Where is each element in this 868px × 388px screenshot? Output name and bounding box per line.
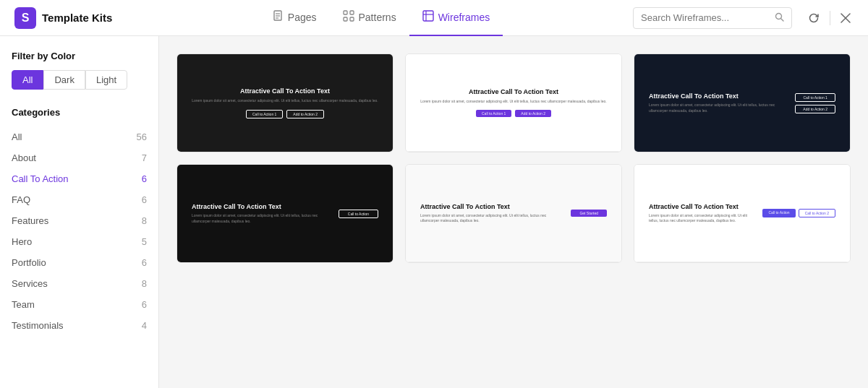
mock-title-4: Attractive Call To Action Text — [192, 203, 327, 210]
mock-text-1: Lorem ipsum dolor sit amet, consectetur … — [189, 98, 381, 104]
main-layout: Filter by Color All Dark Light Categorie… — [0, 36, 868, 388]
category-label-faq: FAQ — [12, 194, 30, 205]
category-count-all: 56 — [137, 132, 147, 142]
categories-label: Categories — [12, 107, 147, 118]
category-item-about[interactable]: About 7 — [12, 147, 147, 168]
category-item-services[interactable]: Services 8 — [12, 273, 147, 294]
mock-btn-1-6: Call to Action — [762, 209, 795, 217]
search-icon — [775, 12, 784, 24]
mock-body-4: Lorem ipsum dolor sit amet, consectetur … — [192, 213, 327, 224]
tab-pages-label: Pages — [288, 12, 317, 23]
mock-btn-2-3: Add to Action 2 — [795, 105, 835, 113]
category-count-faq: 6 — [142, 194, 147, 205]
svg-rect-5 — [344, 17, 347, 21]
mock-body-3: Lorem ipsum dolor sit amet, consectetur … — [649, 103, 783, 113]
wireframe-preview-1: Attractive Call To Action Text Lorem ips… — [177, 54, 393, 152]
nav-tabs: Pages Patterns Wireframes — [130, 0, 633, 36]
category-count-cta: 6 — [142, 173, 147, 184]
wireframe-card-1[interactable]: Attractive Call To Action Text Lorem ips… — [176, 53, 393, 152]
header: S Template Kits Pages Patterns Wireframe… — [0, 0, 868, 36]
tab-pages[interactable]: Pages — [260, 0, 330, 36]
category-count-testimonials: 4 — [142, 320, 147, 331]
category-count-features: 8 — [142, 215, 147, 226]
mock-text-side-4: Attractive Call To Action Text Lorem ips… — [192, 203, 339, 224]
mock-btn-outline-1: Call to Action 1 — [246, 110, 283, 118]
color-filter-light[interactable]: Light — [85, 70, 127, 90]
category-label-team: Team — [12, 299, 35, 310]
wireframes-icon — [422, 10, 434, 25]
refresh-button[interactable] — [805, 9, 822, 27]
tab-patterns-label: Patterns — [359, 12, 396, 23]
tab-patterns[interactable]: Patterns — [330, 0, 409, 36]
close-button[interactable] — [838, 10, 854, 26]
mock-btn-1-5: Get Started — [571, 210, 607, 217]
wireframe-preview-6: Attractive Call To Action Text Lorem ips… — [634, 165, 850, 262]
svg-rect-6 — [350, 11, 354, 14]
category-item-team[interactable]: Team 6 — [12, 294, 147, 315]
search-input[interactable] — [641, 12, 770, 23]
search-box[interactable] — [633, 7, 792, 29]
mock-btn-1-4: Call to Action — [339, 210, 378, 218]
logo-area: S Template Kits — [14, 7, 130, 29]
patterns-icon — [343, 10, 354, 25]
filter-by-color-label: Filter by Color — [12, 51, 147, 61]
svg-rect-7 — [350, 17, 354, 21]
wireframe-card-6[interactable]: Attractive Call To Action Text Lorem ips… — [634, 164, 851, 263]
mock-cta-4: Attractive Call To Action Text Lorem ips… — [177, 191, 393, 236]
mock-title-5: Attractive Call To Action Text — [420, 203, 559, 210]
mock-btn-side-4: Call to Action — [339, 210, 378, 218]
color-filter-dark[interactable]: Dark — [43, 70, 85, 90]
tab-wireframes[interactable]: Wireframes — [409, 0, 503, 36]
mock-btn-side-6: Call to Action Call to Action 2 — [762, 209, 835, 217]
mock-cta-2: Attractive Call To Action Text Lorem ips… — [406, 77, 621, 129]
wireframe-card-2[interactable]: Attractive Call To Action Text Lorem ips… — [405, 53, 622, 152]
mock-btn-2-6: Call to Action 2 — [799, 209, 835, 217]
category-item-all[interactable]: All 56 — [12, 126, 147, 147]
category-item-cta[interactable]: Call To Action 6 — [12, 168, 147, 189]
mock-cta-5: Attractive Call To Action Text Lorem ips… — [406, 191, 621, 236]
mock-cta-3: Attractive Call To Action Text Lorem ips… — [634, 81, 850, 125]
mock-btn-outline-2: Add to Action 2 — [286, 110, 324, 118]
mock-text-side-6: Attractive Call To Action Text Lorem ips… — [649, 203, 762, 224]
mock-btn-solid-2: Add to Action 2 — [515, 110, 551, 117]
category-count-about: 7 — [142, 152, 147, 163]
mock-cta-1: Attractive Call To Action Text Lorem ips… — [177, 76, 393, 130]
category-item-testimonials[interactable]: Testimonials 4 — [12, 315, 147, 336]
wireframe-preview-4: Attractive Call To Action Text Lorem ips… — [177, 165, 393, 262]
category-label-portfolio: Portfolio — [12, 257, 46, 268]
category-count-portfolio: 6 — [142, 257, 147, 268]
search-area — [633, 7, 854, 29]
wireframe-card-5[interactable]: Attractive Call To Action Text Lorem ips… — [405, 164, 622, 263]
mock-btn-1-3: Call to Action 1 — [795, 93, 835, 102]
wireframe-preview-3: Attractive Call To Action Text Lorem ips… — [634, 54, 850, 152]
category-count-team: 6 — [142, 299, 147, 310]
category-count-services: 8 — [142, 278, 147, 289]
sidebar: Filter by Color All Dark Light Categorie… — [0, 36, 159, 388]
logo-icon: S — [14, 7, 36, 29]
category-item-faq[interactable]: FAQ 6 — [12, 189, 147, 210]
wireframe-card-4[interactable]: Attractive Call To Action Text Lorem ips… — [176, 164, 393, 263]
mock-cta-6: Attractive Call To Action Text Lorem ips… — [634, 191, 850, 236]
mock-text-side-5: Attractive Call To Action Text Lorem ips… — [420, 203, 571, 224]
category-item-hero[interactable]: Hero 5 — [12, 231, 147, 252]
mock-title-6: Attractive Call To Action Text — [649, 203, 751, 210]
wireframe-card-3[interactable]: Attractive Call To Action Text Lorem ips… — [634, 53, 851, 152]
category-label-hero: Hero — [12, 236, 32, 247]
mock-btn-side-5: Get Started — [571, 210, 607, 217]
wireframe-preview-5: Attractive Call To Action Text Lorem ips… — [406, 165, 621, 262]
category-label-about: About — [12, 152, 36, 163]
mock-text-side-3: Attractive Call To Action Text Lorem ips… — [649, 92, 795, 113]
header-actions — [805, 9, 854, 27]
color-filter-group: All Dark Light — [12, 70, 147, 90]
mock-title-3: Attractive Call To Action Text — [649, 92, 783, 100]
category-label-testimonials: Testimonials — [12, 320, 64, 331]
category-label-features: Features — [12, 215, 48, 226]
mock-body-5: Lorem ipsum dolor sit amet, consectetur … — [420, 213, 559, 224]
category-label-services: Services — [12, 278, 48, 289]
category-item-features[interactable]: Features 8 — [12, 210, 147, 231]
svg-rect-8 — [423, 11, 433, 21]
mock-buttons-2: Call to Action 1 Add to Action 2 — [417, 110, 610, 117]
header-divider — [830, 11, 830, 25]
category-item-portfolio[interactable]: Portfolio 6 — [12, 252, 147, 273]
color-filter-all[interactable]: All — [12, 70, 43, 90]
